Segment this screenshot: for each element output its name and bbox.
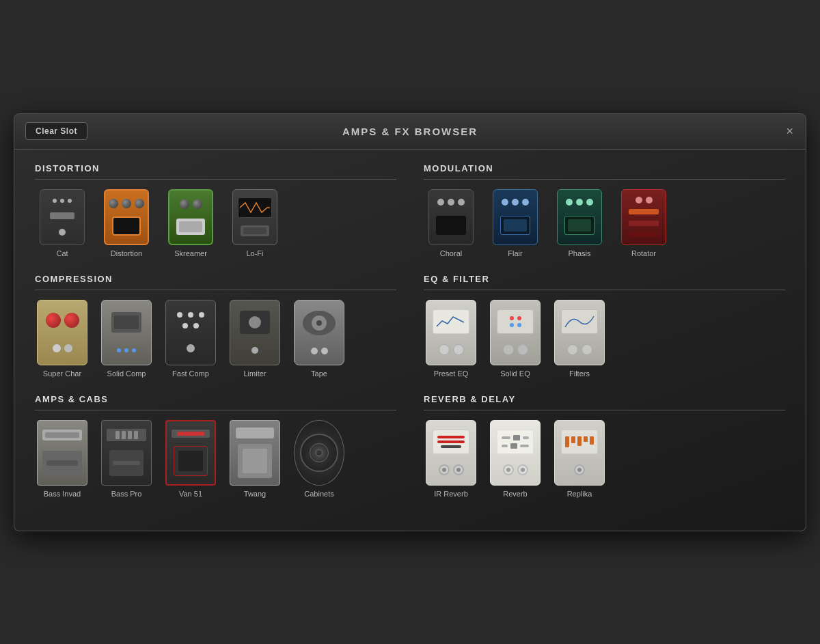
pedal-filters bbox=[554, 300, 605, 365]
pedal-limiter bbox=[230, 300, 280, 365]
pedal-irreverb bbox=[426, 420, 476, 486]
fx-item-reverb[interactable]: Reverb bbox=[488, 420, 543, 498]
modulation-items: Choral bbox=[424, 189, 785, 257]
section-title-modulation: MODULATION bbox=[424, 163, 785, 173]
fx-item-irreverb[interactable]: IR Reverb bbox=[424, 420, 478, 498]
pedal-lofi bbox=[232, 189, 277, 245]
fx-label-basspro: Bass Pro bbox=[111, 490, 142, 498]
fx-item-tape[interactable]: Tape bbox=[292, 300, 346, 378]
section-eq: EQ & FILTER bbox=[424, 274, 785, 378]
pedal-superchar bbox=[37, 300, 87, 365]
fx-label-filters: Filters bbox=[569, 369, 590, 378]
fx-item-replika[interactable]: Replika bbox=[552, 420, 607, 498]
fx-label-irreverb: IR Reverb bbox=[434, 490, 468, 498]
fx-item-fastcomp[interactable]: Fast Comp bbox=[163, 300, 218, 378]
fx-item-skreamer[interactable]: Skreamer bbox=[163, 189, 218, 257]
fx-label-van51: Van 51 bbox=[179, 490, 202, 498]
content-area: DISTORTION bbox=[14, 150, 806, 531]
fx-label-cat: Cat bbox=[56, 249, 68, 257]
pedal-phasis bbox=[557, 189, 602, 245]
fx-label-distortion: Distortion bbox=[111, 249, 142, 257]
fx-item-phasis[interactable]: Phasis bbox=[552, 189, 607, 257]
right-column: MODULATION bbox=[424, 163, 785, 514]
pedal-reverb bbox=[490, 420, 541, 486]
fx-item-cabinets[interactable]: Cabinets bbox=[292, 420, 346, 498]
section-amps: AMPS & CABS bbox=[35, 394, 396, 498]
pedal-bassinvad bbox=[37, 420, 87, 486]
fx-label-solidcomp: Solid Comp bbox=[107, 369, 146, 378]
reverb-items: IR Reverb bbox=[424, 420, 785, 498]
fx-label-skreamer: Skreamer bbox=[174, 249, 207, 257]
pedal-distortion bbox=[104, 189, 149, 245]
title-bar: Clear Slot AMPS & FX BROWSER × bbox=[14, 114, 806, 150]
pedal-rotator bbox=[621, 189, 666, 245]
amps-items: Bass Invad bbox=[35, 420, 396, 498]
fx-label-rotator: Rotator bbox=[631, 249, 656, 257]
fx-label-limiter: Limiter bbox=[243, 369, 266, 378]
section-title-compression: COMPRESSION bbox=[35, 274, 396, 284]
pedal-van51 bbox=[165, 420, 216, 486]
fx-label-twang: Twang bbox=[244, 490, 266, 498]
section-compression: COMPRESSION bbox=[35, 274, 396, 378]
pedal-choral bbox=[428, 189, 474, 245]
section-title-amps: AMPS & CABS bbox=[35, 394, 396, 404]
section-title-distortion: DISTORTION bbox=[35, 163, 396, 173]
fx-label-choral: Choral bbox=[440, 249, 462, 257]
fx-item-lofi[interactable]: Lo-Fi bbox=[228, 189, 282, 257]
fx-item-flair[interactable]: Flair bbox=[488, 189, 543, 257]
fx-label-cabinets: Cabinets bbox=[304, 490, 333, 498]
fx-item-twang[interactable]: Twang bbox=[228, 420, 282, 498]
pedal-replika bbox=[554, 420, 605, 486]
pedal-cabinets bbox=[294, 420, 344, 486]
fx-item-distortion[interactable]: Distortion bbox=[99, 189, 154, 257]
fx-label-flair: Flair bbox=[508, 249, 522, 257]
fx-item-bassinvad[interactable]: Bass Invad bbox=[35, 420, 90, 498]
pedal-flair bbox=[493, 189, 538, 245]
fx-label-phasis: Phasis bbox=[568, 249, 590, 257]
fx-label-tape: Tape bbox=[311, 369, 327, 378]
fx-item-cat[interactable]: Cat bbox=[35, 189, 90, 257]
fx-item-preseteq[interactable]: Preset EQ bbox=[424, 300, 478, 378]
fx-label-preseteq: Preset EQ bbox=[434, 369, 469, 378]
compression-items: Super Char bbox=[35, 300, 396, 378]
eq-items: Preset EQ bbox=[424, 300, 785, 378]
fx-item-limiter[interactable]: Limiter bbox=[228, 300, 282, 378]
distortion-items: Cat bbox=[35, 189, 396, 257]
pedal-twang bbox=[230, 420, 280, 486]
fx-label-solideq: Solid EQ bbox=[500, 369, 530, 378]
pedal-tape bbox=[294, 300, 344, 365]
pedal-skreamer bbox=[168, 189, 213, 245]
section-modulation: MODULATION bbox=[424, 163, 785, 257]
fx-label-bassinvad: Bass Invad bbox=[44, 490, 81, 498]
fx-item-rotator[interactable]: Rotator bbox=[616, 189, 671, 257]
pedal-preseteq bbox=[426, 300, 476, 365]
pedal-fastcomp bbox=[165, 300, 216, 365]
fx-label-replika: Replika bbox=[567, 490, 592, 498]
fx-item-filters[interactable]: Filters bbox=[552, 300, 607, 378]
fx-label-lofi: Lo-Fi bbox=[246, 249, 263, 257]
fx-item-choral[interactable]: Choral bbox=[424, 189, 478, 257]
window-title: AMPS & FX BROWSER bbox=[342, 126, 478, 137]
section-title-reverb: REVERB & DELAY bbox=[424, 394, 785, 404]
fx-item-solideq[interactable]: Solid EQ bbox=[488, 300, 543, 378]
section-distortion: DISTORTION bbox=[35, 163, 396, 257]
pedal-solideq bbox=[490, 300, 541, 365]
fx-label-fastcomp: Fast Comp bbox=[172, 369, 209, 378]
clear-slot-button[interactable]: Clear Slot bbox=[25, 122, 87, 140]
left-column: DISTORTION bbox=[35, 163, 396, 514]
pedal-basspro bbox=[101, 420, 152, 486]
browser-window: Clear Slot AMPS & FX BROWSER × DISTORTIO… bbox=[14, 113, 806, 531]
fx-item-solidcomp[interactable]: Solid Comp bbox=[99, 300, 154, 378]
fx-item-superchar[interactable]: Super Char bbox=[35, 300, 90, 378]
section-title-eq: EQ & FILTER bbox=[424, 274, 785, 284]
fx-item-basspro[interactable]: Bass Pro bbox=[99, 420, 154, 498]
close-button[interactable]: × bbox=[786, 125, 793, 137]
section-reverb: REVERB & DELAY bbox=[424, 394, 785, 498]
pedal-solidcomp bbox=[101, 300, 152, 365]
fx-item-van51[interactable]: Van 51 bbox=[163, 420, 218, 498]
fx-label-superchar: Super Char bbox=[43, 369, 81, 378]
pedal-cat bbox=[40, 189, 85, 245]
fx-label-reverb: Reverb bbox=[503, 490, 527, 498]
